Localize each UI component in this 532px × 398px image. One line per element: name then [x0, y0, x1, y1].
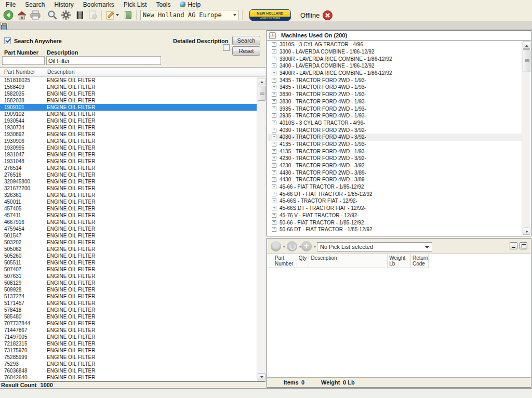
result-row[interactable]: 151816025ENGINE OIL FILTER — [0, 77, 257, 84]
expand-plus-icon[interactable] — [272, 170, 276, 175]
machine-tree-item[interactable]: 3300R - LAVERDA RICE COMBINE - 1/86-12/9… — [267, 55, 522, 62]
expand-plus-icon[interactable] — [272, 78, 276, 83]
menu-item-help[interactable]: Help — [175, 1, 205, 9]
result-row[interactable]: 1931047ENGINE OIL FILTER — [0, 151, 257, 158]
description-input[interactable] — [46, 56, 161, 65]
menu-item-file[interactable]: File — [1, 1, 20, 9]
expand-plus-icon[interactable] — [272, 135, 276, 139]
expand-plus-icon[interactable] — [272, 227, 276, 232]
expand-plus-icon[interactable] — [272, 128, 276, 132]
search-button[interactable]: Search — [232, 36, 260, 45]
picklist-save-icon[interactable] — [271, 241, 281, 251]
reset-button[interactable]: Reset — [232, 46, 260, 56]
expand-plus-icon[interactable] — [272, 99, 276, 104]
expand-plus-icon[interactable] — [272, 63, 276, 68]
machine-tree-item[interactable]: 4030 - TRACTOR FORD 4WD - 3/92- — [267, 134, 522, 141]
print-button[interactable] — [29, 9, 42, 21]
result-row[interactable]: 450011ENGINE OIL FILTER — [0, 198, 257, 205]
result-row[interactable]: 71447867ENGINE OIL FILTER — [0, 327, 257, 334]
machine-tree-item[interactable]: 4230 - TRACTOR FORD 4WD - 3/92- — [267, 162, 522, 169]
result-row[interactable]: 1909101ENGINE OIL FILTER — [0, 104, 257, 111]
machine-tree-item[interactable]: 50-66 - FIAT TRACTOR - 1/85-12/92 — [267, 219, 522, 226]
result-row[interactable]: 1930906ENGINE OIL FILTER — [0, 138, 257, 144]
scroll-down-arrow-icon[interactable] — [523, 228, 530, 235]
machine-tree-item[interactable]: 4135 - TRACTOR FORD 2WD - 1/93- — [267, 141, 522, 148]
expand-plus-icon[interactable] — [272, 42, 276, 47]
result-row[interactable]: 276516ENGINE OIL FILTER — [0, 171, 257, 178]
scrollbar-thumb[interactable] — [258, 86, 265, 101]
result-row[interactable]: 505062ENGINE OIL FILTER — [0, 246, 257, 253]
back-button[interactable] — [2, 9, 15, 21]
result-row[interactable]: 76036848ENGINE OIL FILTER — [0, 367, 257, 374]
edit-picklist-button[interactable] — [103, 9, 121, 21]
result-row[interactable]: 1582035ENGINE OIL FILTER — [0, 90, 257, 97]
result-row[interactable]: 5171457ENGINE OIL FILTER — [0, 300, 257, 307]
part-number-input[interactable] — [2, 56, 45, 65]
search-anywhere-checkbox[interactable] — [4, 37, 11, 44]
result-row[interactable]: 1930892ENGINE OIL FILTER — [0, 131, 257, 138]
result-row[interactable]: 71497005ENGINE OIL FILTER — [0, 334, 257, 340]
result-row[interactable]: 457405ENGINE OIL FILTER — [0, 205, 257, 212]
menu-item-search[interactable]: Search — [20, 1, 49, 9]
expand-plus-icon[interactable] — [272, 57, 276, 61]
machine-tree-item[interactable]: 3400R - LAVERDA RICE COMBINE - 1/86-12/9… — [267, 70, 522, 77]
notes-button[interactable] — [121, 9, 135, 21]
expand-plus-icon[interactable] — [272, 71, 276, 75]
expand-plus-icon[interactable] — [272, 142, 276, 147]
maximize-panel-button[interactable] — [520, 242, 527, 249]
expand-plus-icon[interactable] — [272, 192, 276, 196]
result-row[interactable]: 1930544ENGINE OIL FILTER — [0, 117, 257, 124]
catalog-select[interactable]: New Holland AG Europe — [140, 10, 239, 20]
expand-plus-icon[interactable] — [272, 220, 276, 225]
machines-scrollbar[interactable] — [522, 41, 530, 235]
search-button-toolbar[interactable] — [46, 9, 59, 21]
result-row[interactable]: 4759454ENGINE OIL FILTER — [0, 225, 257, 232]
menu-item-tools[interactable]: Tools — [151, 1, 175, 9]
menu-item-history[interactable]: History — [49, 1, 78, 9]
machine-tree-item[interactable]: 4030 - TRACTOR FORD 2WD - 3/92- — [267, 126, 522, 134]
machine-tree-item[interactable]: 4230 - TRACTOR FORD 2WD - 3/92- — [267, 155, 522, 162]
picklist-refresh-icon[interactable] — [287, 241, 297, 251]
result-row[interactable]: 75293ENGINE OIL FILTER — [0, 361, 257, 367]
result-row[interactable]: 1568409ENGINE OIL FILTER — [0, 84, 257, 90]
result-row[interactable]: 1931048ENGINE OIL FILTER — [0, 158, 257, 165]
machine-tree-item[interactable]: 3435 - TRACTOR FORD 4WD - 1/93- — [267, 84, 522, 91]
scroll-up-arrow-icon[interactable] — [258, 78, 265, 85]
machine-tree-item[interactable]: 4010S - 3 CYL AG TRACTOR - 4/96- — [267, 120, 522, 127]
expand-plus-icon[interactable] — [272, 121, 276, 125]
machine-tree-item[interactable]: 3830 - TRACTOR FORD 2WD - 1/93- — [267, 91, 522, 98]
machine-tree-item[interactable]: 4135 - TRACTOR FORD 4WD - 1/93- — [267, 148, 522, 155]
machine-tree-item[interactable]: 3935 - TRACTOR FORD 4WD - 1/93- — [267, 112, 522, 120]
picklist-column-header-return-code[interactable]: Return Code — [411, 254, 429, 268]
expand-plus-icon[interactable] — [272, 177, 276, 182]
machine-tree-item[interactable]: 3400 - LAVERDA COMBINE - 1/86-12/92 — [267, 62, 522, 70]
result-row[interactable]: 72182315ENGINE OIL FILTER — [0, 340, 257, 347]
result-row[interactable]: 505511ENGINE OIL FILTER — [0, 259, 257, 266]
result-row[interactable]: 501547ENGINE OIL FILTER — [0, 232, 257, 239]
connection-status[interactable]: Offline — [300, 10, 332, 20]
result-row[interactable]: 5137274ENGINE OIL FILTER — [0, 293, 257, 300]
picklist-column-header-qty[interactable]: Qty — [297, 254, 310, 268]
result-row[interactable]: 585480ENGINE OIL FILTER — [0, 313, 257, 320]
expand-plus-icon[interactable] — [272, 156, 276, 161]
result-row[interactable]: 505260ENGINE OIL FILTER — [0, 253, 257, 259]
picklist-column-header-description[interactable]: Description — [309, 254, 388, 268]
result-row[interactable]: 503202ENGINE OIL FILTER — [0, 239, 257, 246]
result-row[interactable]: 276514ENGINE OIL FILTER — [0, 165, 257, 171]
description-column-header[interactable]: Description — [45, 68, 265, 76]
result-row[interactable]: 1930734ENGINE OIL FILTER — [0, 124, 257, 131]
chevron-down-icon[interactable] — [313, 246, 316, 248]
result-row[interactable]: 507407ENGINE OIL FILTER — [0, 266, 257, 273]
expand-plus-icon[interactable] — [272, 113, 276, 118]
barcode-button[interactable] — [73, 9, 86, 21]
expand-all-icon[interactable] — [269, 32, 276, 39]
scroll-up-arrow-icon[interactable] — [523, 42, 530, 49]
machine-tree-item[interactable]: 3010S - 3 CYL AG TRACTOR - 4/96- — [267, 41, 522, 48]
result-row[interactable]: 509928ENGINE OIL FILTER — [0, 286, 257, 293]
settings-button[interactable] — [59, 9, 73, 21]
chevron-down-icon[interactable] — [283, 246, 286, 248]
result-row[interactable]: 457411ENGINE OIL FILTER — [0, 212, 257, 219]
new-holland-logo-button[interactable]: NEW HOLLAND AGRICULTURE — [249, 9, 291, 21]
expand-plus-icon[interactable] — [272, 184, 276, 189]
result-row[interactable]: 73175970ENGINE OIL FILTER — [0, 347, 257, 354]
